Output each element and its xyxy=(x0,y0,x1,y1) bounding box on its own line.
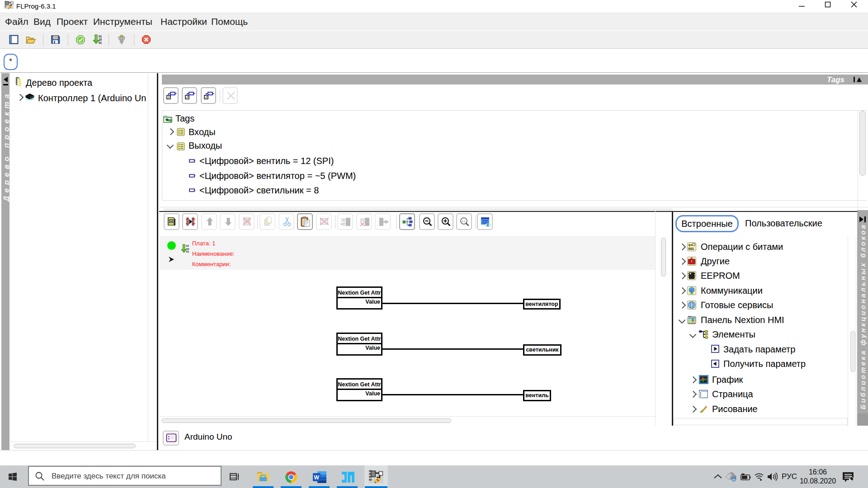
svg-text:W: W xyxy=(314,474,320,481)
